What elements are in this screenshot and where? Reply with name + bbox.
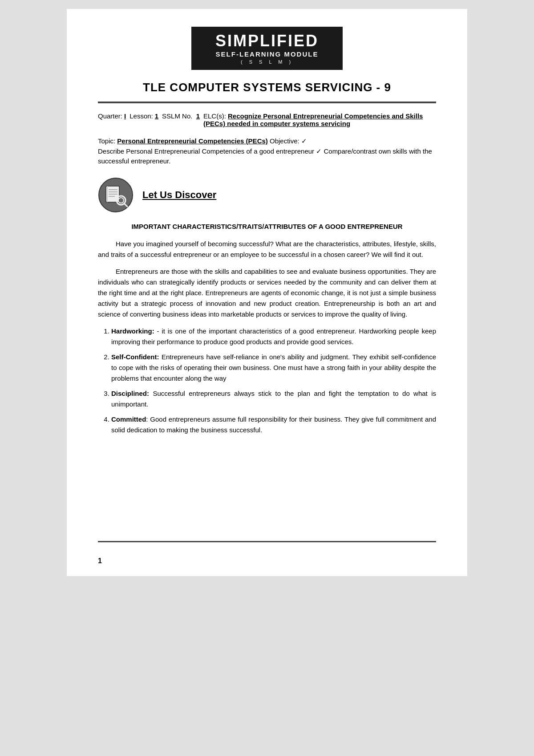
paragraph-2: Entrepreneurs are those with the skills … [98,266,436,320]
quarter-label: Quarter: [98,112,122,120]
topic-section: Topic: Personal Entrepreneurial Competen… [98,136,436,167]
discover-svg-icon [98,177,134,213]
list-item: Hardworking: - it is one of the importan… [111,326,436,347]
topic-label-word: Topic: [98,137,115,145]
discover-section: Let Us Discover [98,177,436,213]
objective-text: Describe Personal Entrepreneurial Compet… [98,147,432,165]
item-2-text: Entrepreneurs have self-reliance in one'… [111,353,436,382]
lesson-value: 1 [155,112,158,120]
item-3-text: Successful entrepreneurs always stick to… [111,390,436,408]
elc-label: ELC(s): [203,112,226,120]
objective-label: Objective: ✓ [270,137,307,145]
sslm-value: 1 [196,112,200,120]
topic-name: Personal Entrepreneurial Competencies (P… [117,137,267,145]
paragraph-1: Have you imagined yourself of becoming s… [98,239,436,260]
quarter-value: I [124,112,126,120]
discover-icon [98,177,134,213]
list-item: Disciplined: Successful entrepreneurs al… [111,388,436,410]
page-number: 1 [98,557,102,565]
item-4-text: : Good entrepreneurs assume full respons… [111,415,436,434]
title-divider [98,102,436,103]
item-4-bold: Committed [111,415,146,423]
meta-section: Quarter:I Lesson:1 SSLM No. 1 ELC(s): Re… [98,112,436,127]
quarter-block: Quarter:I [98,112,126,120]
page: SIMPLIFIED SELF-LEARNING MODULE ( S S L … [67,9,467,576]
item-1-bold: Hardworking: [111,327,154,335]
section-heading: IMPORTANT CHARACTERISTICS/TRAITS/ATTRIBU… [98,222,436,232]
discover-label: Let Us Discover [142,189,216,201]
elc-block: ELC(s): Recognize Personal Entrepreneuri… [203,112,436,127]
main-title: TLE COMPUTER SYSTEMS SERVICING - 9 [98,81,436,94]
item-1-text: - it is one of the important characteris… [111,327,436,345]
list-item: Committed: Good entrepreneurs assume ful… [111,414,436,435]
lesson-label: Lesson: [129,112,153,120]
lesson-block: Lesson:1 [129,112,158,120]
logo-header: SIMPLIFIED SELF-LEARNING MODULE ( S S L … [98,27,436,70]
logo-subtitle: SELF-LEARNING MODULE [209,50,325,59]
list-item: Self-Confident: Entrepreneurs have self-… [111,352,436,384]
logo-box: SIMPLIFIED SELF-LEARNING MODULE ( S S L … [191,27,343,70]
logo-sslm: ( S S L M ) [209,59,325,65]
item-2-bold: Self-Confident: [111,353,159,361]
item-3-bold: Disciplined: [111,390,149,397]
sslm-label: SSLM No. [162,112,192,120]
characteristics-list: Hardworking: - it is one of the importan… [98,326,436,435]
sslm-block: SSLM No. 1 [162,112,200,120]
svg-rect-2 [107,186,108,202]
list: Hardworking: - it is one of the importan… [111,326,436,435]
elc-value: Recognize Personal Entrepreneurial Compe… [203,112,423,127]
logo-title: SIMPLIFIED [209,32,325,50]
bottom-divider [98,541,436,542]
